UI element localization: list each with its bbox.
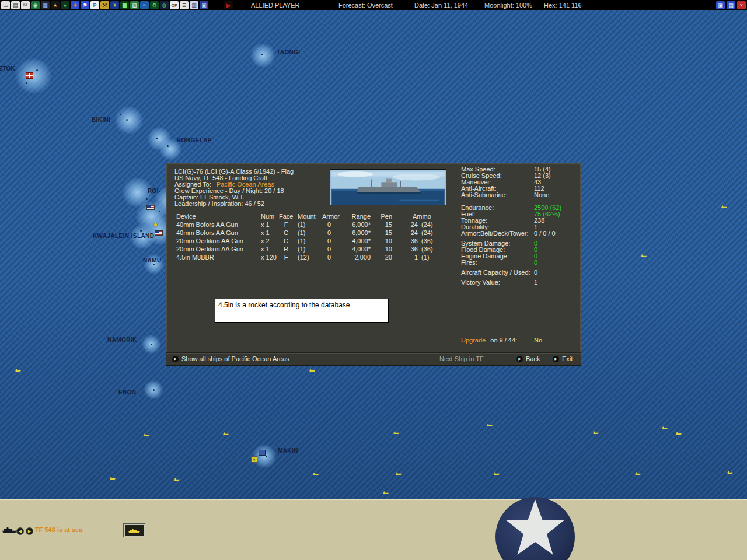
us-flag-icon[interactable] xyxy=(146,205,155,210)
document-icon[interactable]: ▤ xyxy=(11,1,20,9)
window-blue-icon[interactable]: ▣ xyxy=(716,1,725,9)
arrow-icon: ▶ xyxy=(172,356,179,362)
next-ship-button[interactable]: Next Ship in TF xyxy=(439,355,484,362)
right-arrow-icon: ▶ xyxy=(28,529,31,533)
island-glow xyxy=(250,44,276,67)
upgrade-label: Upgrade xyxy=(461,337,486,344)
medical-icon[interactable]: ✚ xyxy=(71,1,79,9)
industry-icon[interactable]: ⚒ xyxy=(100,1,109,9)
replenish-icon[interactable]: ♻ xyxy=(150,1,159,9)
ship-marker[interactable] xyxy=(313,473,319,475)
panel-blue-icon[interactable]: ▤ xyxy=(727,1,735,9)
sea-icon[interactable]: ≈ xyxy=(140,1,149,9)
stat-victory-value: Victory Value:1 xyxy=(461,279,578,285)
ship-marker[interactable] xyxy=(144,433,149,436)
ship-marker[interactable] xyxy=(174,478,180,481)
show-all-ships-button[interactable]: ▶ Show all ships of Pacific Ocean Areas xyxy=(172,355,289,362)
pennant-icon[interactable]: P xyxy=(90,1,99,9)
island-label-eniwetok: ETOK xyxy=(0,65,15,72)
land-dot xyxy=(146,198,148,200)
next-ship-label: Next Ship in TF xyxy=(439,355,484,362)
ship-marker[interactable] xyxy=(383,491,389,494)
land-dot xyxy=(159,211,160,212)
stat-fuel: Fuel:75 (62%) xyxy=(461,211,578,217)
land-dot xyxy=(167,145,169,147)
tf-ship-icon[interactable] xyxy=(2,525,16,533)
ship-marker[interactable] xyxy=(721,205,727,208)
chart-icon[interactable]: ▆ xyxy=(120,1,129,9)
forecast-label: Forecast: Overcast xyxy=(338,2,393,9)
land-dot xyxy=(266,456,267,457)
stat-anti-aircraft: Anti-Aircraft:112 xyxy=(461,185,578,191)
mail-icon[interactable]: ✉ xyxy=(21,1,30,9)
flag-canton xyxy=(155,231,159,233)
upgrade-line: Upgrade on 9 / 44: No xyxy=(461,337,578,344)
screen-icon[interactable]: ▣ xyxy=(200,1,208,9)
ship-marker[interactable] xyxy=(223,432,229,435)
upgrade-toggle[interactable]: No xyxy=(534,337,542,344)
prev-tf-button[interactable]: ◀ xyxy=(16,527,24,535)
ship-marker[interactable] xyxy=(393,431,399,434)
database-icon[interactable]: ▦ xyxy=(41,1,50,9)
island-label-taongi: TAONGI xyxy=(277,49,301,55)
ship-marker[interactable] xyxy=(727,471,733,474)
ship-marker[interactable] xyxy=(593,431,599,434)
stat-maneuver: Maneuver:43 xyxy=(461,178,578,185)
intel-icon[interactable]: ▥ xyxy=(190,1,198,9)
ship-marker[interactable] xyxy=(110,477,116,480)
land-dot xyxy=(26,82,27,84)
top-toolbar: ▭ ▤ ✉ ◉ ▦ ★ ♠ ✚ ⚑ P ⚒ ☀ ▆ ▧ ≈ ♻ ◍ OP ≣ ▥… xyxy=(0,0,747,10)
selected-ship-button[interactable] xyxy=(124,524,145,537)
allied-base-icon[interactable] xyxy=(259,450,266,456)
ship-marker[interactable] xyxy=(494,472,500,475)
play-icon[interactable]: ▶ xyxy=(224,1,233,9)
dialog-footer: ▶ Show all ships of Pacific Ocean Areas … xyxy=(166,352,581,365)
ship-marker[interactable] xyxy=(676,432,682,435)
back-label: Back xyxy=(526,355,540,362)
operations-icon[interactable]: OP xyxy=(170,1,179,9)
map-icon[interactable]: ▧ xyxy=(130,1,139,9)
star-icon[interactable]: ★ xyxy=(51,1,60,9)
land-dot xyxy=(120,114,121,116)
tooltip: 4.5in is a rocket according to the datab… xyxy=(215,299,389,323)
ship-marker[interactable] xyxy=(641,254,647,257)
ship-marker[interactable] xyxy=(396,472,402,475)
stat-max-speed: Max Speed:15 (4) xyxy=(461,166,578,172)
ship-photo xyxy=(330,169,446,205)
back-button[interactable]: ▶ Back xyxy=(516,355,540,362)
show-all-label: Show all ships of Pacific Ocean Areas xyxy=(181,355,289,362)
exit-label: Exit xyxy=(562,355,573,362)
alert-red-icon[interactable]: × xyxy=(737,1,746,9)
list-icon[interactable]: ≣ xyxy=(180,1,189,9)
us-flag-icon[interactable] xyxy=(155,230,163,236)
land-dot xyxy=(153,389,155,391)
player-label: ALLIED PLAYER xyxy=(251,2,300,9)
globe-icon[interactable]: ◉ xyxy=(31,1,40,9)
ship-marker[interactable] xyxy=(635,472,641,475)
exit-button[interactable]: ▶ Exit xyxy=(553,355,573,362)
signal-flag-icon[interactable]: ⚑ xyxy=(81,1,89,9)
stat-engine-damage: Engine Damage:0 xyxy=(461,253,578,259)
device-row: 40mm Bofors AA Gun x 1 C (1) 0 6,000* 15… xyxy=(176,229,451,236)
enemy-base-icon[interactable] xyxy=(26,72,33,79)
ship-marker[interactable] xyxy=(487,424,493,426)
stat-anti-submarine: Anti-Submarine:None xyxy=(461,191,578,198)
base-dot-icon[interactable] xyxy=(153,223,158,227)
stat-aircraft-capacity: Aircraft Capacity / Used:0 xyxy=(461,269,578,275)
airfield-icon[interactable]: × xyxy=(251,456,257,463)
stat-fires: Fires:0 xyxy=(461,259,578,265)
upgrade-date: on 9 / 44: xyxy=(490,337,517,344)
ship-marker[interactable] xyxy=(15,369,21,372)
land-dot xyxy=(140,230,142,232)
weather-icon[interactable]: ☀ xyxy=(110,1,119,9)
ship-marker[interactable] xyxy=(662,426,668,429)
arrow-icon: ▶ xyxy=(516,356,523,362)
tree-icon[interactable]: ♠ xyxy=(61,1,69,9)
world-icon[interactable]: ◍ xyxy=(160,1,169,9)
ship-marker[interactable] xyxy=(309,369,315,372)
next-tf-button[interactable]: ▶ xyxy=(26,527,33,535)
device-row: 40mm Bofors AA Gun x 1 F (1) 0 6,000* 15… xyxy=(176,221,451,228)
island-label-rongelap: RONGELAP xyxy=(177,137,212,144)
arrow-icon: ▶ xyxy=(553,356,559,362)
window-icon[interactable]: ▭ xyxy=(1,1,10,9)
